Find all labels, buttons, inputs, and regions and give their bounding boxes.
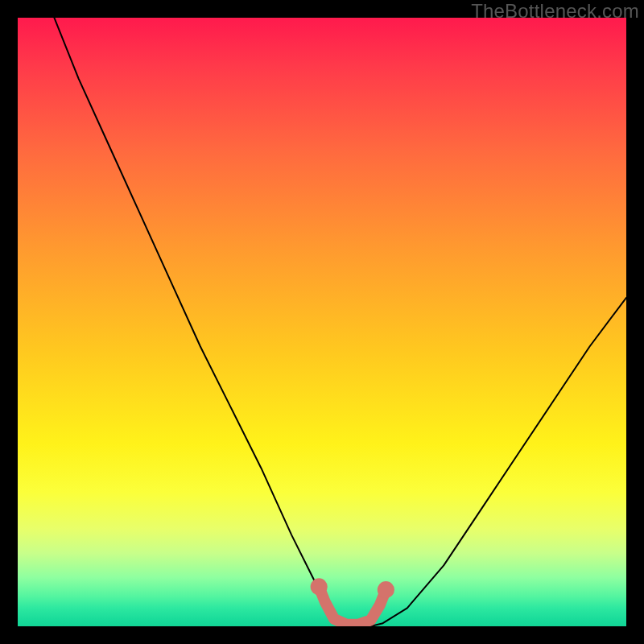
bottleneck-curve bbox=[54, 18, 626, 626]
watermark-text: TheBottleneck.com bbox=[471, 0, 639, 23]
right-dot bbox=[378, 581, 394, 598]
outer-frame: TheBottleneck.com bbox=[0, 0, 644, 644]
optimal-band bbox=[319, 587, 386, 625]
plot-area bbox=[18, 18, 626, 626]
chart-svg bbox=[18, 18, 626, 626]
left-dot bbox=[311, 578, 328, 595]
